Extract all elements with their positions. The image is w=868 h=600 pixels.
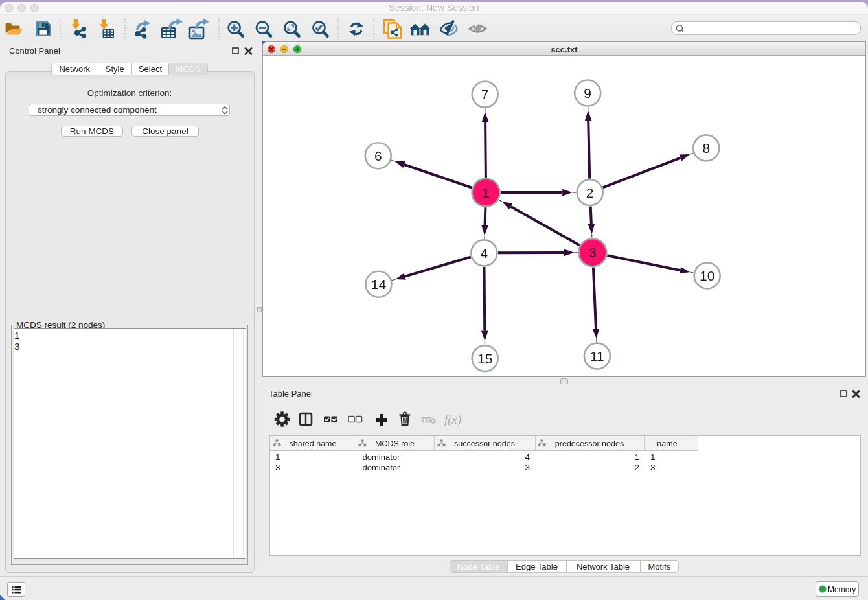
svg-text:14: 14	[371, 277, 387, 292]
svg-text:2: 2	[586, 185, 594, 200]
svg-text:8: 8	[702, 141, 710, 156]
svg-text:f(x): f(x)	[444, 413, 461, 427]
svg-text:6: 6	[374, 148, 382, 163]
svg-text:9: 9	[584, 86, 591, 100]
svg-text:10: 10	[700, 268, 714, 283]
svg-text:3: 3	[589, 245, 597, 260]
svg-text:15: 15	[477, 351, 492, 366]
svg-text:1: 1	[482, 185, 490, 200]
svg-text:11: 11	[590, 349, 604, 363]
svg-text:4: 4	[480, 246, 488, 260]
svg-text:7: 7	[481, 87, 489, 102]
